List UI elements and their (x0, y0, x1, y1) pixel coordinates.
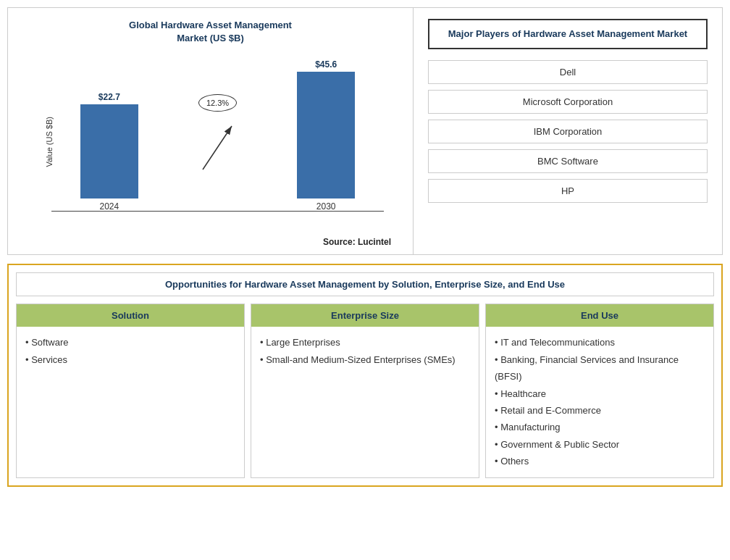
bar-group-2024: $22.7 2024 (80, 59, 138, 212)
cagr-arrow (196, 119, 239, 177)
cagr-ellipse: 12.3% (198, 94, 237, 112)
enterprise-item-large: • Large Enterprises (260, 334, 470, 351)
end-use-header: End Use (486, 304, 713, 327)
end-use-item-government: • Government & Public Sector (495, 436, 705, 453)
end-use-item-others: • Others (495, 453, 705, 469)
bars-area: $22.7 2024 12.3% (51, 59, 384, 212)
top-section: Global Hardware Asset Management Market … (7, 7, 723, 255)
opportunities-title: Opportunities for Hardware Asset Managem… (16, 272, 714, 296)
enterprise-size-column: Enterprise Size • Large Enterprises • Sm… (251, 304, 479, 477)
end-use-item-retail: • Retail and E-Commerce (495, 402, 705, 419)
end-use-item-it: • IT and Telecommunications (495, 334, 705, 351)
players-area: Major Players of Hardware Asset Manageme… (414, 8, 722, 254)
bar-value-2030: $45.6 (315, 59, 337, 70)
solution-item-software: • Software (25, 334, 235, 351)
end-use-item-bfsi: • Banking, Financial Services and Insura… (495, 351, 705, 385)
bar-year-2030: 2030 (316, 201, 336, 212)
chart-area: Global Hardware Asset Management Market … (8, 8, 414, 254)
player-box-ibm: IBM Corporation (428, 120, 708, 143)
player-box-bmc: BMC Software (428, 149, 708, 173)
player-box-microsoft: Microsoft Corporation (428, 90, 708, 114)
bar-value-2024: $22.7 (98, 92, 120, 102)
columns-container: Solution • Software • Services Enterpris… (16, 304, 714, 477)
main-container: Global Hardware Asset Management Market … (0, 0, 730, 560)
bar-2030 (297, 72, 355, 198)
bar-year-2024: 2024 (99, 201, 119, 212)
end-use-item-manufacturing: • Manufacturing (495, 419, 705, 435)
bottom-section: Opportunities for Hardware Asset Managem… (7, 264, 723, 486)
end-use-body: • IT and Telecommunications • Banking, F… (486, 327, 713, 477)
enterprise-size-body: • Large Enterprises • Small-and Medium-S… (251, 327, 479, 375)
source-label: Source: Lucintel (22, 237, 398, 247)
chart-title: Global Hardware Asset Management Market … (22, 19, 398, 45)
players-title: Major Players of Hardware Asset Manageme… (428, 19, 708, 49)
cagr-annotation: 12.3% (196, 59, 239, 212)
enterprise-item-sme: • Small-and Medium-Sized Enterprises (SM… (260, 351, 470, 368)
solution-body: • Software • Services (17, 327, 244, 375)
player-box-dell: Dell (428, 60, 708, 84)
solution-header: Solution (17, 304, 244, 327)
end-use-item-healthcare: • Healthcare (495, 385, 705, 402)
solution-column: Solution • Software • Services (16, 304, 245, 477)
solution-item-services: • Services (25, 351, 235, 368)
enterprise-size-header: Enterprise Size (251, 304, 479, 327)
player-box-hp: HP (428, 179, 708, 203)
end-use-column: End Use • IT and Telecommunications • Ba… (485, 304, 714, 477)
bar-2024 (80, 104, 138, 198)
bar-group-2030: $45.6 2030 (297, 59, 355, 212)
